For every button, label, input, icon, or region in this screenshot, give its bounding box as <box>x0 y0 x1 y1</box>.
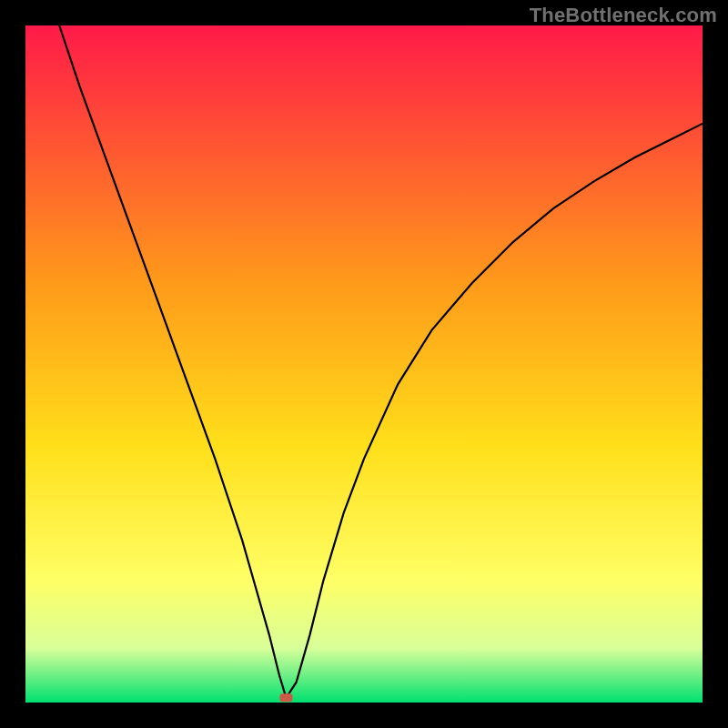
plot-background <box>25 25 703 703</box>
bottleneck-chart <box>0 0 728 728</box>
optimal-marker <box>279 693 292 702</box>
watermark-text: TheBottleneck.com <box>530 4 717 27</box>
chart-container: TheBottleneck.com <box>0 0 728 728</box>
